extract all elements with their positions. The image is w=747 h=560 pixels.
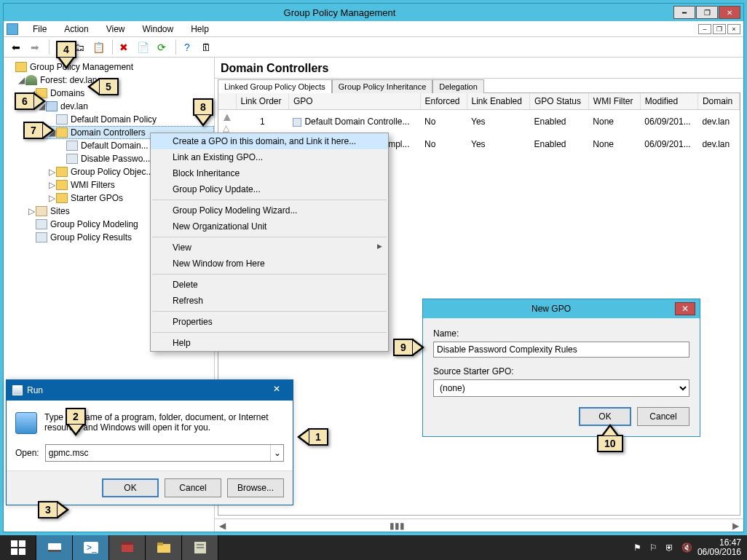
tree-domain-label: dev.lan [60, 101, 88, 111]
taskbar-item[interactable] [109, 535, 146, 560]
menu-view[interactable]: View [103, 23, 128, 36]
svg-rect-0 [11, 540, 17, 547]
mdi-restore-button[interactable]: ❐ [713, 24, 726, 34]
folder-icon [56, 180, 68, 190]
window-title: Group Policy Management [7, 7, 673, 18]
step-4-arrow: 4 [56, 41, 76, 69]
svg-rect-3 [19, 548, 25, 555]
run-close-button[interactable]: ✕ [266, 384, 287, 397]
gpo-link-icon [56, 114, 68, 125]
cm-properties[interactable]: Properties [151, 314, 388, 330]
tree-dc-label: Domain Controllers [71, 127, 146, 138]
mdi-minimize-button[interactable]: – [698, 24, 711, 34]
svg-rect-14 [197, 547, 204, 548]
copy-button[interactable]: 📋 [90, 39, 106, 55]
minimize-button[interactable]: ━ [673, 6, 695, 19]
horizontal-scrollbar[interactable]: ◀▮▮▮▶ [215, 518, 743, 532]
run-browse-button[interactable]: Browse... [227, 478, 284, 497]
tray-network-icon[interactable]: ⛨ [665, 543, 676, 553]
run-open-input[interactable] [46, 445, 270, 461]
tree-root-label: Group Policy Management [30, 62, 133, 72]
menu-help[interactable]: Help [188, 23, 212, 36]
tree-default-domain-policy-node[interactable]: Default Domain Policy [44, 113, 214, 126]
maximize-button[interactable]: ❐ [696, 6, 718, 19]
tray-flag-icon[interactable]: ⚑ [633, 543, 644, 553]
cm-create-gpo-link[interactable]: Create a GPO in this domain, and Link it… [151, 133, 388, 149]
tray-clock[interactable]: 16:47 06/09/2016 [697, 538, 741, 557]
tab-linked-gpos[interactable]: Linked Group Policy Objects [218, 79, 332, 93]
col-link-order[interactable]: Link Order [236, 93, 288, 110]
tree-domains-node[interactable]: ◢Domains [24, 87, 214, 100]
refresh-button[interactable]: ⟳ [154, 39, 170, 55]
run-ok-button[interactable]: OK [102, 478, 159, 497]
delete-button[interactable]: ✖ [116, 39, 132, 55]
col-gpo[interactable]: GPO [288, 93, 420, 110]
tree-starter-label: Starter GPOs [71, 193, 123, 203]
taskbar-gpmc[interactable] [182, 535, 218, 560]
cm-link-existing[interactable]: Link an Existing GPO... [151, 149, 388, 165]
taskbar-explorer[interactable] [146, 535, 182, 560]
properties-button[interactable]: 📄 [135, 39, 151, 55]
svg-text:>_: >_ [87, 543, 97, 553]
domain-icon [46, 101, 58, 111]
new-gpo-starter-label: Source Starter GPO: [433, 366, 689, 376]
new-gpo-titlebar: New GPO ✕ [423, 299, 700, 318]
options-button[interactable]: 🗓 [198, 39, 214, 55]
sites-icon [36, 206, 47, 216]
new-gpo-close-button[interactable]: ✕ [675, 302, 695, 315]
tree-sites-label: Sites [50, 206, 70, 216]
step-5-arrow: 5 [87, 78, 119, 95]
menu-window[interactable]: Window [140, 23, 177, 36]
cm-new-ou[interactable]: New Organizational Unit [151, 218, 388, 234]
col-domain[interactable]: Domain [697, 93, 739, 110]
menu-action[interactable]: Action [61, 23, 91, 36]
cm-refresh[interactable]: Refresh [151, 293, 388, 309]
cm-help[interactable]: Help [151, 335, 388, 351]
cm-view[interactable]: View [151, 240, 388, 256]
run-open-dropdown[interactable]: ⌄ [270, 445, 283, 461]
tree-gpo-objects-label: Group Policy Objec... [71, 167, 153, 177]
tab-delegation[interactable]: Delegation [432, 79, 484, 93]
results-icon [36, 232, 47, 242]
forward-button[interactable]: ➡ [27, 39, 43, 55]
tray-volume-icon[interactable]: 🔇 [681, 543, 692, 553]
cm-block-inheritance[interactable]: Block Inheritance [151, 165, 388, 181]
new-gpo-starter-select[interactable]: (none) [433, 379, 689, 397]
tray-notification-icon[interactable]: ⚐ [649, 543, 660, 553]
col-enforced[interactable]: Enforced [420, 93, 467, 110]
menu-file[interactable]: File [30, 23, 50, 36]
start-button[interactable] [0, 535, 36, 560]
svg-rect-9 [122, 542, 133, 545]
col-modified[interactable]: Modified [640, 93, 697, 110]
gpo-link-icon [293, 118, 301, 127]
run-titlebar: Run ✕ [7, 380, 293, 401]
ou-icon [56, 127, 68, 138]
tree-results-label: Group Policy Results [50, 232, 132, 242]
tree-root-node[interactable]: Group Policy Management [4, 60, 214, 74]
step-9-arrow: 9 [393, 339, 424, 356]
gpo-link-icon [66, 154, 78, 164]
col-gpo-status[interactable]: GPO Status [529, 93, 588, 110]
new-gpo-cancel-button[interactable]: Cancel [637, 407, 689, 426]
cm-gp-update[interactable]: Group Policy Update... [151, 181, 388, 197]
step-1-arrow: 1 [297, 428, 328, 446]
cm-modeling-wizard[interactable]: Group Policy Modeling Wizard... [151, 202, 388, 218]
titlebar: Group Policy Management ━ ❐ ✕ [4, 4, 743, 21]
back-button[interactable]: ⬅ [8, 39, 24, 55]
taskbar-powershell[interactable]: >_ [73, 535, 109, 560]
taskbar-server-manager[interactable] [36, 535, 73, 560]
run-dialog: Run ✕ Type the name of a program, folder… [6, 379, 293, 505]
col-link-enabled[interactable]: Link Enabled [467, 93, 529, 110]
cm-new-window[interactable]: New Window from Here [151, 256, 388, 272]
cm-delete[interactable]: Delete [151, 277, 388, 293]
step-6-arrow: 6 [15, 92, 46, 110]
mdi-close-button[interactable]: × [727, 24, 740, 34]
tab-inheritance[interactable]: Group Policy Inheritance [332, 79, 432, 93]
col-wmi-filter[interactable]: WMI Filter [588, 93, 640, 110]
tree-domain-devlan-node[interactable]: ◢dev.lan [34, 100, 214, 113]
help-button[interactable]: ? [179, 39, 195, 55]
table-row[interactable]: ⯅△▽⯆ 1 Default Domain Controlle... No Ye… [218, 110, 740, 133]
close-button[interactable]: ✕ [719, 6, 740, 19]
run-cancel-button[interactable]: Cancel [165, 478, 221, 497]
new-gpo-name-input[interactable] [433, 342, 689, 358]
